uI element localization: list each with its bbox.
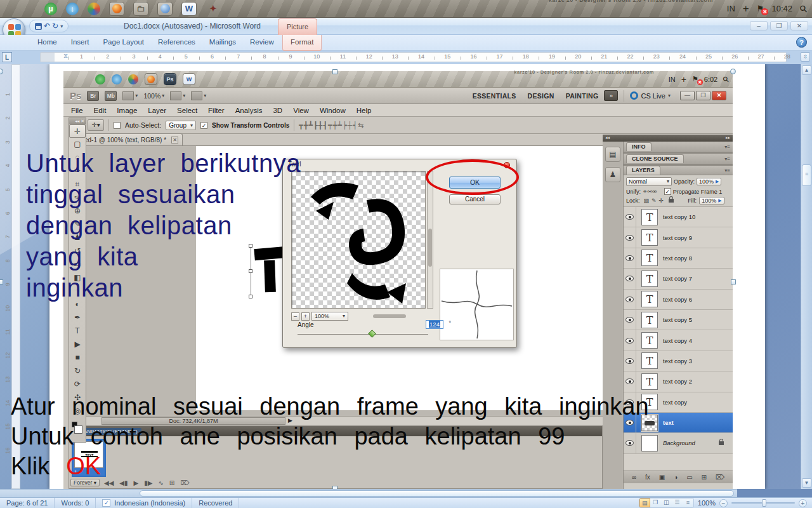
panel-menu-icon[interactable]: ▾≡ <box>724 144 730 150</box>
preview-zoom-dropdown[interactable]: 100%▾ <box>311 312 348 321</box>
plus-menu-icon[interactable]: + <box>743 3 749 15</box>
info-panel-header[interactable]: INFO▾≡ <box>624 142 733 152</box>
tab-selector[interactable]: L <box>2 52 12 62</box>
tab-format[interactable]: Format <box>282 35 322 51</box>
visibility-toggle[interactable] <box>624 290 636 309</box>
close-button[interactable]: ✕ <box>790 21 808 30</box>
unify-icon[interactable]: ⚮ <box>652 189 657 195</box>
layers-toolbar-icon[interactable]: ⊞ <box>702 474 707 481</box>
align-icon[interactable]: ┨ <box>323 121 328 129</box>
angle-slider-thumb[interactable] <box>368 330 376 338</box>
scrollbar-thumb[interactable] <box>140 490 734 497</box>
align-icon[interactable]: ╋ <box>304 121 309 129</box>
workspace-tab[interactable]: ESSENTIALS <box>473 92 516 100</box>
cs-live-menu[interactable]: CS Live▾ <box>630 91 671 100</box>
workspace-tab[interactable]: PAINTING <box>566 92 599 100</box>
ps-tool-icon[interactable]: ⟳ <box>69 378 86 391</box>
selection-handle-topright[interactable] <box>730 69 736 74</box>
ps-menu-item[interactable]: View <box>293 107 309 114</box>
panel-menu-icon[interactable]: ▾≡ <box>724 156 730 162</box>
layers-toolbar-icon[interactable]: ◑ <box>674 474 678 481</box>
ps-menu-item[interactable]: Analysis <box>235 107 263 114</box>
unify-icon[interactable]: ⚯ <box>648 189 653 195</box>
visibility-toggle[interactable] <box>624 269 636 288</box>
recovered-indicator[interactable]: Recovered <box>192 498 239 508</box>
lock-icon[interactable]: ▨ <box>643 197 651 204</box>
redo-icon[interactable]: ↻ <box>52 22 58 30</box>
input-language-indicator[interactable]: IN <box>727 4 735 13</box>
ps-tool-icon[interactable]: ■ <box>69 351 86 364</box>
doc-tab-close-icon[interactable]: ✕ <box>171 137 178 144</box>
layer-row[interactable]: T text copy 2 <box>624 371 733 392</box>
layers-toolbar-icon[interactable]: ▣ <box>659 474 665 481</box>
vertical-scrollbar[interactable]: ▲ ▼ <box>801 64 812 489</box>
layers-toolbar-icon[interactable]: ▭ <box>686 474 692 481</box>
view-button[interactable]: ☰ <box>672 498 683 507</box>
align-icon[interactable]: ┠ <box>313 121 318 129</box>
align-icon[interactable]: ┯ <box>328 121 333 129</box>
ribbon-tab[interactable]: Mailings <box>202 35 243 51</box>
align-icon[interactable]: ┻ <box>309 121 314 129</box>
align-icon[interactable]: ┥ <box>353 121 358 129</box>
bridge-button[interactable]: Br <box>87 91 99 101</box>
layer-row[interactable]: T text copy 7 <box>624 269 733 289</box>
ps-tool-icon[interactable]: ↻ <box>69 364 86 378</box>
visibility-toggle[interactable] <box>624 207 636 227</box>
show-transform-checkbox[interactable]: ✓ <box>200 122 207 129</box>
scroll-up-icon[interactable]: ▲ <box>802 65 811 75</box>
panel-icon[interactable]: ▤ <box>605 147 620 162</box>
ribbon-tab[interactable]: References <box>151 35 202 51</box>
ps-tool-icon[interactable]: ✛ <box>69 124 86 138</box>
ps-tool-icon[interactable]: T <box>69 324 86 338</box>
qat-customize-icon[interactable]: ▾ <box>60 23 63 29</box>
ps-menu-item[interactable]: Select <box>177 107 197 114</box>
zoom-slider[interactable] <box>731 502 795 504</box>
ps-tool-icon[interactable]: ▶ <box>69 338 86 351</box>
word-count[interactable]: Words: 0 <box>55 498 96 508</box>
updater-icon[interactable] <box>157 2 173 16</box>
zoom-slider-thumb[interactable] <box>762 499 766 507</box>
ribbon-tab[interactable]: Insert <box>64 35 96 51</box>
align-icon[interactable]: ┷ <box>337 121 343 129</box>
tool-preset-icon[interactable]: ✛▾ <box>88 119 104 131</box>
align-icon[interactable]: ┳ <box>299 121 304 129</box>
zoom-percentage[interactable]: 100% <box>698 499 716 507</box>
minimize-button[interactable]: – <box>750 21 768 30</box>
language-indicator[interactable]: ✓Indonesian (Indonesia) <box>96 498 192 508</box>
apple-menu-icon[interactable] <box>10 2 25 16</box>
opacity-value[interactable]: 100%▶ <box>697 178 721 185</box>
mini-bridge-button[interactable]: Mb <box>105 91 117 101</box>
selection-handle-midleft[interactable] <box>0 279 3 284</box>
help-button[interactable]: ? <box>796 37 807 48</box>
ps-menu-item[interactable]: Image <box>117 107 137 114</box>
visibility-toggle[interactable] <box>624 248 636 268</box>
visibility-toggle[interactable] <box>624 310 636 330</box>
spotlight-search-icon[interactable]: ⚲ <box>797 2 810 15</box>
ribbon-tab[interactable]: Home <box>30 35 64 51</box>
dart-icon[interactable]: ✦ <box>206 2 221 16</box>
blend-mode-dropdown[interactable]: Normal▾ <box>626 177 672 186</box>
cancel-button[interactable]: Cancel <box>449 194 501 204</box>
view-extras-icon[interactable] <box>122 91 134 100</box>
selection-handle-topcenter[interactable] <box>332 69 337 74</box>
ps-menu-item[interactable]: Layer <box>148 107 166 114</box>
layer-row[interactable]: T text copy 3 <box>624 351 733 371</box>
page-indicator[interactable]: Page: 6 of 21 <box>0 498 55 508</box>
propagate-checkbox[interactable]: ✓ <box>664 188 671 195</box>
ps-close-button[interactable]: ✕ <box>712 91 726 100</box>
panel-icon[interactable]: ♟ <box>605 167 620 182</box>
layer-row[interactable]: T text copy 8 <box>624 248 733 269</box>
selection-handle-topleft[interactable] <box>0 69 3 74</box>
undo-icon[interactable]: ↶ <box>44 22 50 30</box>
selection-handle-midright[interactable] <box>731 279 736 284</box>
view-ruler-toggle[interactable]: ⇳ <box>801 52 810 62</box>
angle-input[interactable]: 124 <box>426 320 443 329</box>
ps-restore-button[interactable]: ❐ <box>696 91 710 100</box>
firefox-icon[interactable] <box>109 2 124 16</box>
layers-toolbar-icon[interactable]: ⌦ <box>716 474 724 481</box>
horizontal-scrollbar[interactable] <box>0 489 737 497</box>
angle-slider-track[interactable] <box>298 334 428 335</box>
lock-icon[interactable]: ✎ <box>650 197 658 204</box>
ps-menu-item[interactable]: Window <box>320 107 346 114</box>
layer-row[interactable]: T text copy 9 <box>624 227 733 248</box>
